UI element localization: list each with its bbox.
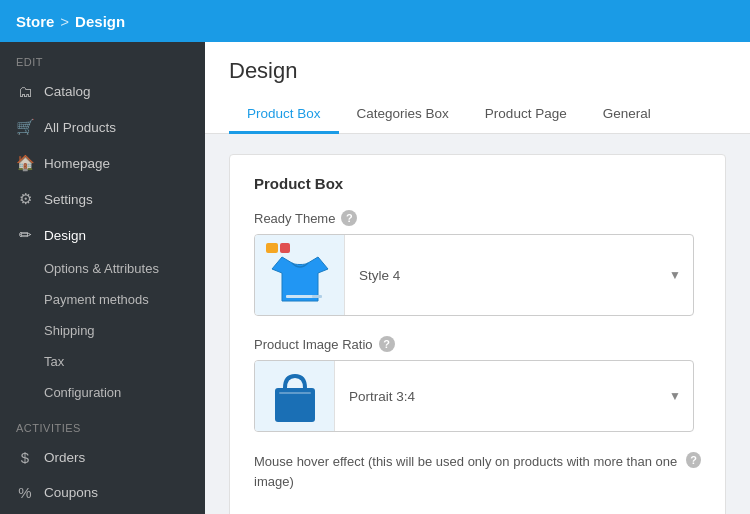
sidebar-item-label: Catalog (44, 84, 91, 99)
sidebar-sub-shipping[interactable]: Shipping (0, 315, 205, 346)
topbar-store-link[interactable]: Store (16, 13, 54, 30)
ready-theme-help-icon[interactable]: ? (341, 210, 357, 226)
content-area: Product Box Ready Theme ? (205, 134, 750, 514)
topbar: Store > Design (0, 0, 750, 42)
cart-icon: 🛒 (16, 118, 34, 136)
product-image-ratio-preview (255, 361, 335, 431)
svg-rect-3 (312, 295, 322, 298)
ready-theme-preview (255, 235, 345, 315)
sidebar: Edit 🗂 Catalog 🛒 All Products 🏠 Homepage… (0, 42, 205, 514)
tabs: Product Box Categories Box Product Page … (229, 96, 726, 133)
product-image-ratio-label-text: Product Image Ratio (254, 337, 373, 352)
sidebar-item-label: Design (44, 228, 86, 243)
layout: Edit 🗂 Catalog 🛒 All Products 🏠 Homepage… (0, 42, 750, 514)
product-image-ratio-help-icon[interactable]: ? (379, 336, 395, 352)
topbar-current-page: Design (75, 13, 125, 30)
sidebar-item-label: Homepage (44, 156, 110, 171)
tab-general[interactable]: General (585, 96, 669, 134)
product-image-ratio-arrow-icon: ▼ (657, 389, 693, 403)
svg-rect-0 (266, 243, 278, 253)
svg-rect-2 (286, 295, 314, 298)
sidebar-item-label: Orders (44, 450, 85, 465)
bag-preview-svg (269, 366, 321, 426)
sidebar-item-catalog[interactable]: 🗂 Catalog (0, 74, 205, 109)
sidebar-item-settings[interactable]: ⚙ Settings (0, 181, 205, 217)
svg-rect-1 (280, 243, 290, 253)
dollar-icon: $ (16, 449, 34, 466)
sidebar-sub-payment[interactable]: Payment methods (0, 284, 205, 315)
sidebar-sub-tax[interactable]: Tax (0, 346, 205, 377)
main-header: Design Product Box Categories Box Produc… (205, 42, 750, 134)
hover-effect-help-icon[interactable]: ? (686, 452, 701, 468)
hover-effect-note: Mouse hover effect (this will be used on… (254, 452, 701, 491)
tab-product-page[interactable]: Product Page (467, 96, 585, 134)
product-image-ratio-select[interactable]: Portrait 3:4 ▼ (254, 360, 694, 432)
product-image-ratio-label: Product Image Ratio ? (254, 336, 701, 352)
ready-theme-label-text: Ready Theme (254, 211, 335, 226)
design-icon: ✏ (16, 226, 34, 244)
product-box-card: Product Box Ready Theme ? (229, 154, 726, 514)
ready-theme-select[interactable]: Style 4 ▼ (254, 234, 694, 316)
sidebar-section-edit: Edit (0, 42, 205, 74)
hover-effect-group: Mouse hover effect (this will be used on… (254, 452, 701, 491)
product-image-ratio-value: Portrait 3:4 (335, 389, 657, 404)
product-image-ratio-group: Product Image Ratio ? (254, 336, 701, 432)
hover-effect-text: Mouse hover effect (this will be used on… (254, 452, 680, 491)
sidebar-item-coupons[interactable]: % Coupons (0, 475, 205, 510)
sidebar-item-orders[interactable]: $ Orders (0, 440, 205, 475)
page-title: Design (229, 58, 726, 84)
ready-theme-value: Style 4 (345, 268, 657, 283)
ready-theme-arrow-icon: ▼ (657, 268, 693, 282)
tab-product-box[interactable]: Product Box (229, 96, 339, 134)
sidebar-section-activities: Activities (0, 408, 205, 440)
ready-theme-label: Ready Theme ? (254, 210, 701, 226)
sidebar-item-label: All Products (44, 120, 116, 135)
main-content: Design Product Box Categories Box Produc… (205, 42, 750, 514)
svg-rect-5 (279, 392, 311, 394)
sidebar-item-all-products[interactable]: 🛒 All Products (0, 109, 205, 145)
percent-icon: % (16, 484, 34, 501)
sidebar-sub-options[interactable]: Options & Attributes (0, 253, 205, 284)
home-icon: 🏠 (16, 154, 34, 172)
settings-icon: ⚙ (16, 190, 34, 208)
ready-theme-group: Ready Theme ? (254, 210, 701, 316)
sidebar-item-label: Settings (44, 192, 93, 207)
topbar-separator: > (60, 13, 69, 30)
catalog-icon: 🗂 (16, 83, 34, 100)
sidebar-item-homepage[interactable]: 🏠 Homepage (0, 145, 205, 181)
sidebar-item-label: Coupons (44, 485, 98, 500)
tshirt-preview-svg (264, 241, 336, 309)
card-title: Product Box (254, 175, 701, 192)
sidebar-item-design[interactable]: ✏ Design (0, 217, 205, 253)
tab-categories-box[interactable]: Categories Box (339, 96, 467, 134)
sidebar-sub-configuration[interactable]: Configuration (0, 377, 205, 408)
